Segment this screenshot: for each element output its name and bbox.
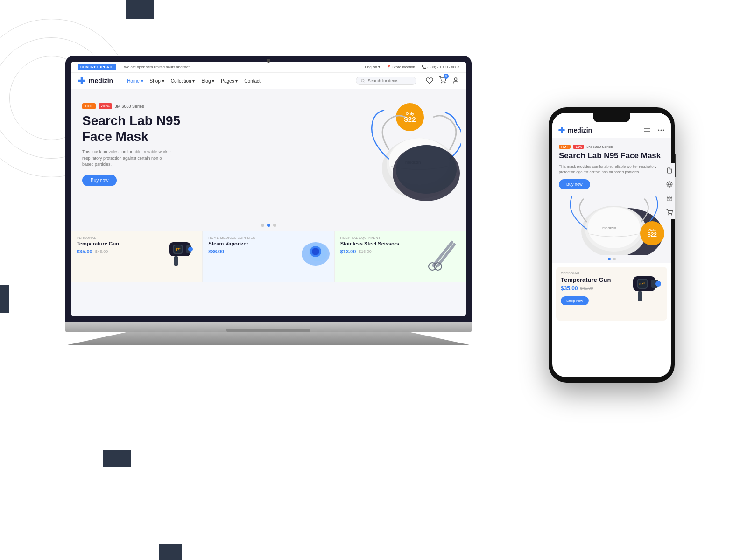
phone-dot-1[interactable] (608, 258, 611, 260)
language-selector[interactable]: English ▾ (365, 65, 380, 69)
laptop-nav: medizin Home ▾ Shop ▾ Collection ▾ Blog … (71, 73, 466, 89)
cart-icon-wrapper[interactable]: 0 (439, 76, 446, 85)
product-card-1[interactable]: PERSONAL Temperature Gun $35.00 $45.00 (71, 231, 203, 282)
phone-hot-badge: HOT (559, 145, 571, 149)
phone-buy-button[interactable]: Buy now (559, 179, 590, 189)
laptop-stand (65, 332, 472, 345)
svg-text:37°: 37° (639, 282, 645, 286)
phone-hero-visual: medizin Only $22 (552, 189, 671, 255)
product-card-3[interactable]: HOSPITAL EQUIPMENT Stainless Steel Sciss… (335, 231, 466, 282)
laptop-base (65, 322, 472, 332)
phone-price-bubble: Only $22 (640, 221, 664, 245)
hero-buy-button[interactable]: Buy now (82, 175, 117, 186)
svg-rect-46 (667, 196, 669, 198)
logo-text: medizin (89, 77, 113, 84)
svg-point-29 (658, 130, 659, 131)
laptop-logo[interactable]: medizin (78, 77, 113, 85)
product-price-current-3: $13.00 (340, 249, 356, 254)
nav-collection[interactable]: Collection ▾ (171, 78, 195, 84)
product-image-3 (424, 233, 464, 273)
svg-text:37°: 37° (176, 248, 181, 251)
laptop-hero: HOT -10% 3M 6000 Series Search Lab N95 F… (71, 89, 466, 220)
product-image-1: 37° (160, 235, 197, 273)
product-image-2 (292, 231, 334, 273)
laptop-screen: COVID-19 UPDATE We are open with limited… (71, 62, 466, 316)
hot-badge: HOT (82, 103, 96, 109)
nav-blog[interactable]: Blog ▾ (201, 78, 214, 84)
laptop-frame: COVID-19 UPDATE We are open with limited… (65, 56, 472, 322)
phone-nav-icon-2[interactable] (666, 181, 671, 188)
phone-hero-series: 3M 6000 Series (586, 145, 613, 149)
phone-device: medizin HOT -10% (549, 107, 675, 383)
product-price-current-2: $86.00 (208, 249, 224, 254)
svg-rect-26 (558, 129, 564, 131)
phone-menu-icons (643, 126, 665, 134)
logo-cross-icon (78, 77, 86, 85)
laptop-camera (267, 59, 270, 63)
user-icon[interactable] (452, 77, 459, 84)
svg-text:medizin: medizin (602, 226, 616, 230)
dot-1[interactable] (261, 224, 264, 227)
phone-hero-title: Search Lab N95 Face Mask (559, 151, 664, 161)
svg-point-31 (663, 130, 664, 131)
phone-screen: medizin HOT -10% (552, 113, 671, 377)
svg-point-18 (188, 247, 193, 252)
search-bar[interactable] (356, 77, 416, 85)
product-price-old-3: $16.00 (359, 249, 372, 254)
phone-hero-badges: HOT -10% 3M 6000 Series (559, 145, 664, 149)
phone-nav-icon-4[interactable] (666, 209, 671, 216)
covid-badge: COVID-19 UPDATE (78, 64, 116, 70)
phone-price-current: $35.00 (561, 285, 578, 292)
product-price-old-1: $45.00 (95, 249, 108, 254)
nav-links: Home ▾ Shop ▾ Collection ▾ Blog ▾ Pages … (127, 78, 346, 84)
product-card-2[interactable]: HOME MEDICAL SUPPLIES Steam Vaporizer $8… (203, 231, 334, 282)
svg-rect-42 (638, 291, 642, 301)
phone-product-card[interactable]: PERSONAL Temperature Gun $35.00 $45.00 S… (556, 267, 667, 321)
svg-point-4 (445, 82, 445, 83)
hero-series: 3M 6000 Series (115, 104, 144, 109)
phone-nav-icon-1[interactable] (666, 167, 671, 174)
store-location: 📍 Store location (387, 65, 415, 69)
phone-logo-text: medizin (568, 126, 592, 134)
products-row: PERSONAL Temperature Gun $35.00 $45.00 (71, 231, 466, 282)
nav-shop[interactable]: Shop ▾ (150, 78, 164, 84)
phone-frame: medizin HOT -10% (549, 107, 675, 383)
nav-pages[interactable]: Pages ▾ (221, 78, 238, 84)
svg-point-43 (655, 281, 661, 287)
dot-2[interactable] (267, 224, 270, 227)
phone-slider-dots (552, 255, 671, 263)
deco-square-5 (159, 544, 182, 560)
svg-point-2 (361, 79, 364, 82)
dots-menu-icon[interactable] (657, 126, 665, 134)
topbar-right: English ▾ 📍 Store location 📞 (+88) - 199… (365, 65, 459, 69)
hero-slider-dots (71, 220, 466, 231)
hamburger-icon[interactable] (643, 126, 651, 134)
shop-now-button[interactable]: Shop now (561, 296, 589, 305)
deco-square-4 (103, 450, 131, 467)
phone-logo-icon (558, 126, 565, 134)
search-input[interactable] (368, 78, 411, 83)
phone-nav-icon-3[interactable] (666, 195, 671, 202)
phone-dot-2[interactable] (613, 258, 616, 260)
phone-side-nav (664, 163, 671, 219)
phone-price-old: $45.00 (580, 286, 593, 291)
search-icon (361, 78, 365, 83)
nav-home[interactable]: Home ▾ (127, 78, 143, 84)
nav-contact[interactable]: Contact (244, 78, 260, 84)
wishlist-icon[interactable] (426, 77, 433, 84)
svg-rect-49 (670, 199, 671, 201)
discount-badge: -10% (99, 103, 112, 109)
svg-rect-1 (78, 80, 85, 82)
svg-point-30 (661, 130, 662, 131)
svg-rect-17 (174, 256, 178, 266)
topbar-notice: We are open with limited hours and staff… (124, 65, 191, 69)
dot-3[interactable] (273, 224, 276, 227)
phone-number: 📞 (+88) - 1990 - 6886 (422, 65, 459, 69)
svg-point-11 (396, 145, 457, 194)
phone-discount-badge: -10% (573, 145, 584, 149)
laptop-topbar: COVID-19 UPDATE We are open with limited… (71, 62, 466, 73)
phone-hero: HOT -10% 3M 6000 Series Search Lab N95 F… (552, 138, 671, 194)
svg-rect-48 (667, 199, 669, 201)
hero-description: This mask provides comfortable, reliable… (82, 149, 176, 168)
phone-logo[interactable]: medizin (558, 126, 592, 134)
